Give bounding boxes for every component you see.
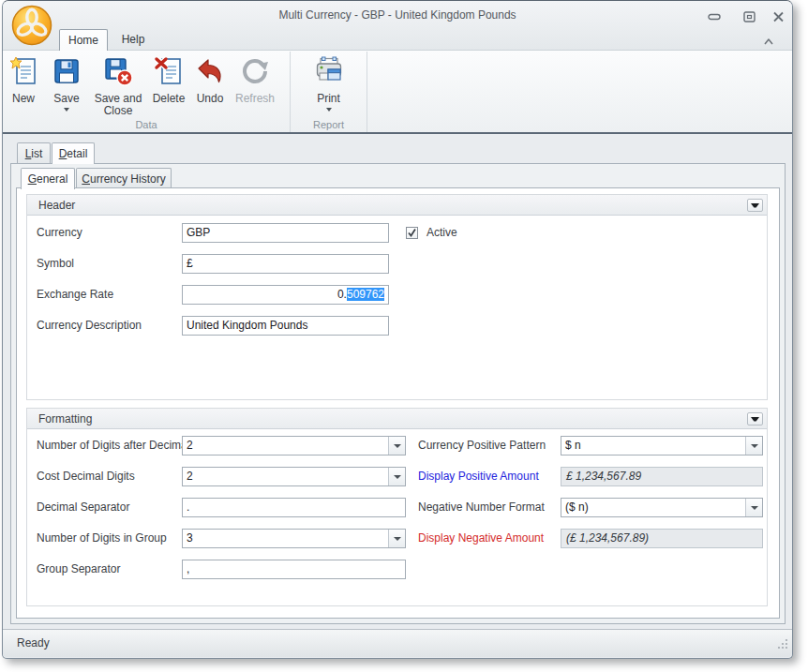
chevron-down-icon[interactable] — [745, 437, 762, 455]
group-separator-row: Group Separator , — [17, 560, 779, 579]
formatting-group-title: Formatting — [27, 409, 767, 429]
currency-positive-pattern-combo[interactable]: $ n — [561, 436, 763, 455]
display-positive-amount-value: £ 1,234,567.89 — [561, 467, 763, 486]
ribbon-group-data: New Save — [3, 52, 291, 132]
currency-row: Currency GBP Active — [17, 223, 779, 243]
status-text: Ready — [17, 630, 50, 657]
display-negative-amount-value: (£ 1,234,567.89) — [561, 529, 763, 548]
ribbon-tab-home[interactable]: Home — [59, 29, 108, 51]
refresh-button: Refresh — [230, 53, 280, 105]
ribbon-tab-strip: Home Help — [3, 29, 792, 50]
new-button[interactable]: New — [3, 53, 44, 105]
save-and-close-button[interactable]: Save and Close — [89, 53, 147, 117]
active-checkbox[interactable] — [406, 227, 418, 239]
new-document-icon — [8, 56, 38, 90]
refresh-icon — [240, 56, 270, 90]
chevron-down-icon[interactable] — [745, 499, 762, 516]
ribbon-tab-help[interactable]: Help — [112, 29, 155, 50]
currency-description-row: Currency Description United Kingdom Poun… — [17, 316, 779, 336]
print-icon — [314, 56, 344, 90]
exchange-rate-input[interactable]: 0.509762 — [182, 285, 389, 305]
tab-currency-history[interactable]: Currency History — [76, 168, 172, 188]
save-icon — [52, 56, 82, 90]
save-button[interactable]: Save — [44, 53, 89, 112]
selected-text: 509762 — [347, 288, 384, 301]
app-window: Multi Currency - GBP - United Kingdom Po… — [2, 0, 793, 659]
symbol-input[interactable]: £ — [182, 254, 389, 274]
display-positive-amount-row: Display Positive Amount £ 1,234,567.89 — [17, 467, 779, 486]
main-content: List Detail General Currency History Hea… — [3, 134, 792, 629]
close-button[interactable] — [768, 9, 788, 24]
currency-input[interactable]: GBP — [182, 223, 389, 243]
header-group-title: Header — [27, 195, 767, 216]
minimize-button[interactable] — [704, 9, 725, 24]
status-bar: Ready — [3, 629, 792, 657]
restore-button[interactable] — [739, 9, 759, 24]
print-dropdown-icon[interactable] — [326, 108, 332, 112]
print-button[interactable]: Print — [305, 53, 353, 112]
window-title: Multi Currency - GBP - United Kingdom Po… — [3, 1, 792, 29]
currency-positive-pattern-row: Currency Positive Pattern $ n — [17, 436, 779, 455]
undo-icon — [195, 56, 225, 90]
exchange-rate-row: Exchange Rate 0.509762 — [17, 285, 779, 305]
currency-description-input[interactable]: United Kingdom Pounds — [182, 316, 389, 336]
title-area: Multi Currency - GBP - United Kingdom Po… — [3, 1, 792, 50]
symbol-row: Symbol £ — [17, 254, 779, 274]
negative-number-format-combo[interactable]: ($ n) — [561, 498, 763, 517]
undo-button[interactable]: Undo — [190, 53, 230, 105]
ribbon-group-label: Report — [291, 119, 367, 130]
ribbon-group-label: Data — [3, 119, 290, 130]
app-logo-icon — [10, 4, 53, 47]
tab-detail[interactable]: Detail — [52, 142, 95, 164]
save-close-icon — [103, 56, 133, 90]
ribbon-group-report: Print Report — [291, 52, 367, 132]
delete-icon — [154, 56, 184, 90]
collapse-header-icon[interactable] — [747, 199, 763, 212]
ribbon: New Save — [3, 50, 792, 132]
general-page: Header Currency GBP Active Symbol — [16, 187, 780, 619]
desktop: Multi Currency - GBP - United Kingdom Po… — [0, 0, 808, 672]
delete-button[interactable]: Delete — [147, 53, 190, 105]
collapse-ribbon-icon[interactable] — [762, 34, 775, 45]
collapse-formatting-icon[interactable] — [747, 412, 763, 426]
save-dropdown-icon[interactable] — [64, 108, 69, 112]
resize-grip[interactable] — [776, 636, 788, 653]
group-separator-input[interactable]: , — [182, 560, 406, 579]
tab-general[interactable]: General — [21, 168, 75, 189]
negative-number-format-row: Negative Number Format ($ n) — [17, 498, 779, 517]
display-negative-amount-row: Display Negative Amount (£ 1,234,567.89) — [17, 529, 779, 548]
tab-list[interactable]: List — [17, 142, 51, 163]
